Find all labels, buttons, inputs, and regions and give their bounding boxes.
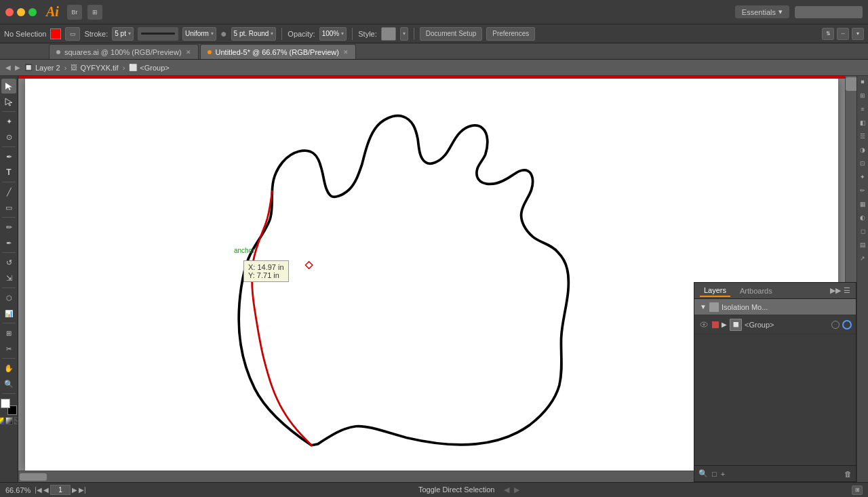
artboard-tool[interactable]: ⊞	[1, 325, 16, 340]
stroke-panel-icon[interactable]: ☰	[860, 133, 865, 140]
add-layer-icon[interactable]: □	[712, 470, 717, 478]
paintbrush-tool[interactable]: ✏	[1, 220, 16, 235]
direct-selection-tool[interactable]	[1, 94, 16, 109]
panel-menu-icon[interactable]: ☰	[844, 286, 850, 295]
transform-icon[interactable]: ↔	[837, 28, 849, 40]
magic-wand-tool[interactable]: ✦	[1, 114, 16, 129]
svg-point-2	[703, 323, 705, 325]
color-swatches[interactable]	[1, 399, 17, 415]
stroke-cap-dropdown[interactable]: 5 pt. Round ▾	[231, 27, 277, 41]
layers-panel: Layers Artboards ▶▶ ☰ ▼ Isolation Mo... …	[694, 282, 856, 482]
close-button[interactable]	[5, 8, 14, 16]
tab-layers[interactable]: Layers	[700, 285, 730, 297]
essentials-button[interactable]: Essentials ▾	[735, 5, 789, 18]
preferences-button[interactable]: Preferences	[486, 27, 535, 41]
artboard-indicator: ⊞	[852, 485, 863, 495]
status-bar: 66.67% |◀ ◀ 1 ▶ ▶| Toggle Direct Selecti…	[0, 482, 868, 497]
stroke-style-selector[interactable]: ▭	[65, 27, 80, 41]
menu-icon[interactable]: ▾	[852, 28, 864, 40]
v-scroll-thumb[interactable]	[846, 77, 856, 91]
page-number-input[interactable]: 1	[50, 485, 71, 495]
color-mode-gradient[interactable]	[5, 417, 13, 424]
breadcrumb-group[interactable]: ⬜ <Group>	[129, 64, 169, 72]
eye-visibility-icon[interactable]	[698, 319, 709, 330]
layer-group-row[interactable]: ▶ ⬜ <Group>	[694, 315, 856, 334]
last-page-button[interactable]: ▶|	[79, 486, 86, 494]
selection-tool[interactable]	[1, 79, 16, 94]
rotate-tool[interactable]: ↺	[1, 255, 16, 270]
search-bar[interactable]	[795, 6, 863, 18]
tab-artboards[interactable]: Artboards	[736, 285, 776, 296]
symbol-tool[interactable]: ⬡	[1, 290, 16, 305]
stroke-style-dropdown[interactable]: Uniform ▾	[182, 27, 216, 41]
align-icon[interactable]: ≡	[861, 106, 864, 113]
save-for-web-icon[interactable]: ↗	[860, 255, 865, 262]
breadcrumb-layer[interactable]: 🔲 Layer 2	[24, 64, 60, 72]
stroke-weight-dropdown[interactable]: 5 pt ▾	[112, 27, 134, 41]
appearance-icon[interactable]: ◑	[860, 146, 865, 153]
group-name[interactable]: <Group>	[745, 321, 829, 329]
style-dropdown[interactable]: ▾	[400, 27, 408, 41]
tab-squares[interactable]: squares.ai @ 100% (RGB/Preview) ✕	[49, 44, 199, 59]
flattener-icon[interactable]: ▤	[860, 241, 866, 248]
tab-bar: squares.ai @ 100% (RGB/Preview) ✕ Untitl…	[0, 43, 868, 60]
zoom-tool[interactable]: 🔍	[1, 376, 16, 391]
graph-tool[interactable]: 📊	[1, 306, 16, 321]
pathfinder-icon[interactable]: ◧	[860, 119, 866, 126]
lock-circle[interactable]	[842, 320, 852, 330]
transform-tool[interactable]: ⇲	[1, 271, 16, 285]
bridge-icon[interactable]: Br	[67, 5, 82, 20]
h-scroll-thumb[interactable]	[20, 473, 47, 481]
maximize-button[interactable]	[28, 8, 37, 16]
opacity-dropdown[interactable]: 100% ▾	[319, 27, 347, 41]
stroke-color-swatch[interactable]	[50, 28, 61, 39]
group-thumbnail: ⬜	[730, 319, 742, 331]
breadcrumb-forward-arrow[interactable]: ▶	[15, 64, 20, 71]
lasso-tool[interactable]: ⊙	[1, 130, 16, 144]
graphic-styles-icon[interactable]: ⊡	[860, 160, 865, 167]
transparency-icon[interactable]: ◻	[861, 228, 865, 235]
color-guide-icon[interactable]: ■	[859, 79, 866, 85]
foreground-color-swatch[interactable]	[1, 399, 10, 408]
breadcrumb-tif[interactable]: 🖼 QYFYXK.tif	[71, 64, 118, 72]
pencil-tool[interactable]: ✒	[1, 235, 16, 250]
prev-page-button[interactable]: ◀	[43, 486, 49, 494]
type-tool[interactable]: T	[1, 165, 16, 180]
color-mode-color[interactable]	[0, 417, 4, 424]
arrange-icon[interactable]: ⇅	[822, 28, 834, 40]
delete-layer-icon[interactable]: 🗑	[844, 470, 852, 478]
tab-close-untitled[interactable]: ✕	[343, 49, 349, 56]
symbols-icon[interactable]: ✦	[860, 174, 865, 180]
gradient-icon[interactable]: ◐	[860, 214, 865, 221]
style-swatch[interactable]	[381, 27, 396, 41]
brushes-icon[interactable]: ✏	[860, 187, 865, 194]
breadcrumb-back-arrow[interactable]: ◀	[5, 64, 11, 71]
separator-3	[414, 28, 414, 40]
layer-color-indicator	[712, 321, 719, 328]
tab-close-squares[interactable]: ✕	[186, 49, 191, 56]
target-circle[interactable]	[831, 321, 840, 329]
swatches-icon[interactable]: ▦	[860, 201, 866, 207]
toolbar-separator-2	[2, 146, 16, 147]
group-expand-arrow[interactable]: ▶	[722, 321, 727, 328]
minimize-button[interactable]	[17, 8, 25, 16]
add-layer-button[interactable]: +	[721, 470, 725, 478]
toolbar-separator-9	[2, 393, 16, 394]
panel-header-icons: ▶▶ ☰	[830, 286, 850, 295]
first-page-button[interactable]: |◀	[35, 486, 42, 494]
panel-forward-icon[interactable]: ▶▶	[830, 286, 841, 295]
hand-tool[interactable]: ✋	[1, 361, 16, 376]
search-layer-icon[interactable]: 🔍	[698, 469, 708, 478]
document-setup-button[interactable]: Document Setup	[420, 27, 483, 41]
stroke-dot-indicator: ●	[220, 28, 227, 40]
slice-tool[interactable]: ✂	[1, 341, 16, 356]
view-mode-icon[interactable]: ⊞	[87, 5, 102, 20]
line-tool[interactable]: ╱	[1, 184, 16, 199]
layers-empty-area	[694, 334, 856, 465]
transform-panel-icon[interactable]: ⊞	[860, 92, 865, 99]
next-page-button[interactable]: ▶	[72, 486, 77, 494]
rect-tool[interactable]: ▭	[1, 200, 16, 215]
status-message: Toggle Direct Selection ◀ ▶	[90, 485, 848, 494]
tab-untitled[interactable]: Untitled-5* @ 66.67% (RGB/Preview) ✕	[200, 44, 356, 59]
pen-tool[interactable]: ✒	[1, 149, 16, 164]
